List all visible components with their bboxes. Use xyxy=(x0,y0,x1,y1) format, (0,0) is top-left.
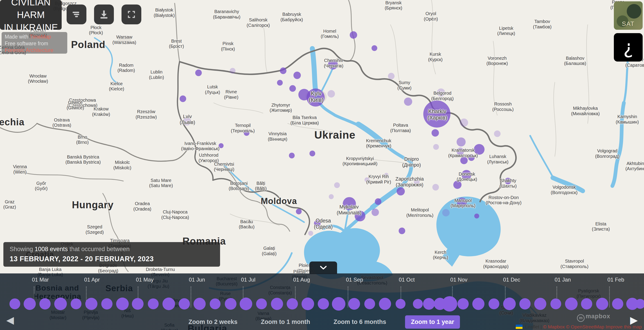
status-date-range: 13 FEBRUARY, 2022 - 20 FEBRUARY, 2023 xyxy=(10,255,214,263)
improve-map-link[interactable]: Improve this map xyxy=(606,324,642,329)
fullscreen-button[interactable] xyxy=(122,5,141,24)
map-label-city: Baranavichy(Баранавічы) xyxy=(213,9,240,20)
map-label-city: Kamyshin(Камышин) xyxy=(616,114,638,125)
info-button[interactable]: ¿ xyxy=(614,33,643,62)
timeline-tick-label: 01 May xyxy=(136,277,154,283)
timeline-tick-label: 01 Sep xyxy=(346,277,363,283)
timeline-collapse-button[interactable] xyxy=(310,261,337,274)
credit-org-link[interactable]: Forensic Architecture xyxy=(5,47,53,53)
mapbox-logo[interactable]: mmapbox xyxy=(577,313,610,322)
map-label-city: Homel(Гомель) xyxy=(321,29,339,39)
credit-prefix: Made with xyxy=(5,34,28,40)
map-label-city: Krakow(Kraków) xyxy=(92,107,110,117)
map-label-city: Brest(Брэст) xyxy=(169,39,184,49)
timeline-panel[interactable]: 01 Mar01 Apr01 May01 Jun01 Jul01 Aug01 S… xyxy=(0,273,644,330)
info-icon: ¿ xyxy=(623,36,634,58)
timeline-event-dot xyxy=(503,297,516,310)
timeline-event-dot xyxy=(302,297,314,310)
map-label-city: Mikhaylovka(Михайловка) xyxy=(571,106,600,116)
zoom-range-button-zoom-to-1-year[interactable]: Zoom to 1 year xyxy=(405,315,460,329)
map-label-city: Botoșani(Botoșani) xyxy=(228,181,249,191)
map-label-city: Donetsk(Донецьк) xyxy=(456,172,477,182)
map-label-city: Rostov-on-Don(Ростов-на-Дону) xyxy=(486,195,522,206)
timeline-event-dot xyxy=(348,298,360,310)
timeline-event-dot xyxy=(194,298,206,310)
map-label-city: Galați(Galați) xyxy=(262,246,277,257)
map-label-city: Banská Bystrica(Banská Bystrica) xyxy=(66,154,101,165)
timeline-event-dot xyxy=(565,297,578,310)
map-label-city: Bălți(Bălți) xyxy=(255,181,267,191)
map-label-city: Warsaw(Warszawa) xyxy=(112,35,136,45)
timeline-event-dot xyxy=(379,298,391,310)
timeline-event-dot xyxy=(287,298,298,309)
status-suffix: that occurred between xyxy=(70,246,130,252)
timeline-tick-line xyxy=(609,286,610,307)
map-label-city: Sumy(Суми) xyxy=(398,80,411,91)
filter-icon xyxy=(72,10,82,19)
map-label-city: Bila Tserkva(Біла Церква) xyxy=(290,115,319,126)
map-label-city: Rivne(Рівне) xyxy=(224,89,238,100)
mapbox-logo-icon: m xyxy=(577,314,584,322)
map-label-city: Wrocław(Wrocław) xyxy=(28,73,48,84)
map-label-city: Volgodonsk(Волгодонск) xyxy=(551,185,578,196)
map-label-city: Ivano-Frankivsk(Івано-Франківськ) xyxy=(181,141,220,151)
map-label-city: Luhansk(Луганськ) xyxy=(487,154,508,165)
map-label-city: Balashov(Балашов) xyxy=(564,56,586,66)
map-label-city: Kryvyi Rih(Кривий Ріг) xyxy=(366,174,391,185)
zoom-range-button-zoom-to-1-month[interactable]: Zoom to 1 month xyxy=(256,315,314,329)
status-count: 1008 events xyxy=(35,246,68,252)
zoom-range-button-zoom-to-2-weeks[interactable]: Zoom to 2 weeks xyxy=(184,315,242,329)
map-label-city: Elista(Элиста) xyxy=(592,221,610,232)
timeline-event-dot xyxy=(442,296,457,311)
timeline-event-dot xyxy=(10,298,20,309)
download-button[interactable] xyxy=(94,5,114,24)
map-label-city: Tambov(Тамбов) xyxy=(533,19,552,30)
timeline-event-dot xyxy=(612,298,623,309)
ukraine-flag-icon xyxy=(516,324,522,329)
timeline-event-dot xyxy=(210,298,220,309)
osm-attribution-link[interactable]: © OpenStreetMap xyxy=(566,324,604,329)
map-label-city: Shakhty(Шахты) xyxy=(500,178,517,189)
timeline-event-dot xyxy=(101,298,112,309)
timeline-tick-label: 01 Aug xyxy=(293,277,310,283)
filter-button[interactable] xyxy=(66,5,86,24)
map-label-city: Mariupol(Маріуполь) xyxy=(451,198,476,209)
timeline-event-dot xyxy=(116,297,129,310)
map-label-city: Belgorod(Белгород) xyxy=(431,91,454,101)
mapbox-wordmark: mapbox xyxy=(586,313,610,320)
timeline-event-dot xyxy=(54,297,67,310)
map-label-city: Pinsk(Пінск) xyxy=(221,41,235,52)
map-label-city: Melitopol(Мелітополь) xyxy=(406,208,434,218)
timeline-event-dot xyxy=(550,298,561,309)
leaflet-link[interactable]: Leaflet xyxy=(525,324,539,329)
map-label-city: Győr(Győr) xyxy=(35,181,48,191)
timeline-event-dot xyxy=(581,298,592,309)
map-label-city: Chernivtsi(Чернівці) xyxy=(214,161,234,172)
map-label-city: Salihorsk(Салігорск) xyxy=(246,17,270,28)
timeline-tick-line xyxy=(190,286,191,307)
timeline-event-dot xyxy=(458,298,469,309)
timeline-event-dot xyxy=(413,299,423,309)
map-label-city: Krasnodar(Краснодар) xyxy=(483,259,508,269)
map-label-country: Moldova xyxy=(261,197,297,206)
timeline-tick-label: 01 Apr xyxy=(84,277,100,283)
credit-tool-link[interactable]: TimeMap xyxy=(30,34,51,40)
map-label-city: Poltava(Полтава) xyxy=(390,123,411,133)
mapbox-attribution-link[interactable]: © Mapbox xyxy=(543,324,565,329)
map-label-city: Rossosh(Россошь) xyxy=(492,102,514,112)
credit-box: Made with TimeMap Free software from For… xyxy=(2,32,67,54)
timeline-tick-label: 01 Dec xyxy=(503,277,520,283)
timeline-event-dot xyxy=(488,298,499,309)
map-label-city: Graz(Graz) xyxy=(4,199,16,210)
zoom-range-button-zoom-to-6-months[interactable]: Zoom to 6 months xyxy=(329,315,391,329)
map-label-city: Bacău(Bacău) xyxy=(239,219,254,230)
chevron-down-icon xyxy=(319,265,328,270)
attribution-separator: | xyxy=(540,324,542,329)
satellite-toggle-button[interactable]: SAT xyxy=(614,1,643,30)
map-label-city: Lublin(Lublin) xyxy=(149,70,164,80)
map-label-city: Kyiv(Київ) xyxy=(309,90,324,103)
timeline-tick-label: 01 Oct xyxy=(399,277,415,283)
map-label-city: Bryansk(Брянск) xyxy=(385,0,402,11)
map-label-country: Hungary xyxy=(72,200,114,210)
map-label-city: Kursk(Курск) xyxy=(428,52,442,62)
